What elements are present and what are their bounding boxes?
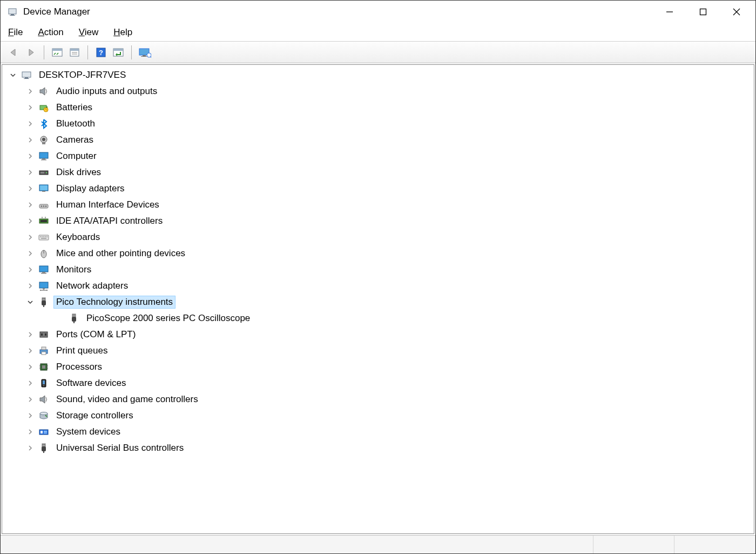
chevron-right-icon[interactable]	[26, 428, 35, 436]
battery-icon	[38, 102, 50, 114]
svg-rect-62	[43, 288, 45, 289]
monitor-icon-button[interactable]	[137, 45, 152, 60]
tree-category-label: Software devices	[54, 377, 128, 389]
chevron-right-icon[interactable]	[26, 330, 35, 339]
svg-rect-74	[73, 322, 75, 323]
tree-category-label: Monitors	[54, 264, 93, 276]
svg-line-22	[151, 57, 151, 58]
chevron-right-icon[interactable]	[26, 233, 35, 242]
tree-category-label: Universal Serial Bus controllers	[54, 442, 186, 454]
tree-category[interactable]: Universal Serial Bus controllers	[2, 440, 754, 456]
forward-button[interactable]	[23, 45, 38, 60]
tree-category[interactable]: Human Interface Devices	[2, 197, 754, 213]
menu-help[interactable]: Help	[113, 27, 132, 38]
tree-category[interactable]: Software devices	[2, 375, 754, 391]
monitor-icon	[38, 264, 50, 276]
svg-rect-2	[10, 15, 15, 16]
help-button[interactable]: ?	[93, 45, 109, 60]
tree-device-label: PicoScope 2000 series PC Oscilloscope	[84, 312, 252, 324]
tree-category[interactable]: Pico Technology instruments	[2, 294, 754, 310]
svg-rect-32	[39, 152, 48, 158]
printer-icon	[38, 345, 50, 357]
svg-rect-67	[44, 298, 45, 299]
chevron-down-icon[interactable]	[9, 71, 17, 79]
tree-category[interactable]: Ports (COM & LPT)	[2, 326, 754, 343]
chevron-right-icon[interactable]	[26, 168, 35, 177]
maximize-button[interactable]	[686, 1, 720, 23]
show-hide-console-tree-button[interactable]	[50, 45, 65, 60]
tree-category[interactable]: Computer	[2, 148, 754, 164]
tree-category[interactable]: Keyboards	[2, 229, 754, 245]
svg-rect-39	[40, 185, 48, 190]
chevron-right-icon[interactable]	[26, 379, 35, 388]
properties-button[interactable]	[67, 45, 82, 60]
svg-point-42	[41, 205, 43, 207]
svg-rect-4	[700, 9, 706, 15]
chevron-right-icon[interactable]	[26, 282, 35, 290]
ide-icon	[38, 215, 50, 227]
tree-root[interactable]: DESKTOP-JFR7VES	[2, 67, 754, 83]
chevron-right-icon[interactable]	[26, 363, 35, 371]
speaker-icon	[38, 85, 50, 97]
tree-category[interactable]: Cameras	[2, 132, 754, 148]
storage-icon	[38, 410, 50, 422]
tree-category[interactable]: System devices	[2, 424, 754, 440]
svg-rect-76	[41, 333, 43, 336]
toolbar: ?	[1, 42, 755, 63]
menu-view[interactable]: View	[79, 27, 99, 38]
svg-rect-59	[42, 272, 45, 273]
menu-action[interactable]: Action	[38, 27, 63, 38]
back-button[interactable]	[6, 45, 21, 60]
bluetooth-icon	[38, 118, 50, 130]
svg-rect-24	[25, 77, 28, 78]
svg-rect-48	[45, 217, 46, 219]
statusbar	[1, 535, 755, 553]
tree-category[interactable]: Disk drives	[2, 164, 754, 181]
svg-rect-54	[46, 236, 48, 237]
tree-category[interactable]: Storage controllers	[2, 408, 754, 424]
menu-file[interactable]: File	[8, 27, 23, 38]
svg-rect-80	[42, 352, 46, 355]
chevron-right-icon[interactable]	[26, 217, 35, 225]
chevron-right-icon[interactable]	[26, 119, 35, 128]
tree-category[interactable]: Audio inputs and outputs	[2, 83, 754, 99]
tree-category[interactable]: Print queues	[2, 343, 754, 359]
chevron-right-icon[interactable]	[26, 184, 35, 193]
svg-rect-34	[41, 159, 46, 161]
chevron-right-icon[interactable]	[26, 249, 35, 258]
tree-category[interactable]: IDE ATA/ATAPI controllers	[2, 213, 754, 229]
chevron-down-icon[interactable]	[26, 298, 35, 306]
close-button[interactable]	[720, 1, 753, 23]
tree-category[interactable]: Display adapters	[2, 181, 754, 197]
tree-category[interactable]: Sound, video and game controllers	[2, 391, 754, 408]
scan-hardware-button[interactable]	[111, 45, 126, 60]
usb-plug-icon	[38, 296, 50, 308]
tree-category[interactable]: Processors	[2, 359, 754, 375]
chevron-right-icon[interactable]	[26, 87, 35, 96]
svg-rect-47	[42, 217, 43, 219]
chevron-right-icon[interactable]	[26, 152, 35, 161]
chevron-right-icon[interactable]	[26, 103, 35, 112]
tree-category[interactable]: Mice and other pointing devices	[2, 245, 754, 262]
svg-rect-33	[42, 158, 45, 159]
tree-category[interactable]: Monitors	[2, 262, 754, 278]
tree-device[interactable]: PicoScope 2000 series PC Oscilloscope	[2, 310, 754, 326]
svg-rect-55	[41, 238, 46, 239]
svg-rect-50	[40, 236, 41, 237]
chevron-right-icon[interactable]	[26, 411, 35, 420]
minimize-button[interactable]	[653, 1, 686, 23]
chevron-right-icon[interactable]	[26, 201, 35, 209]
chevron-right-icon[interactable]	[26, 136, 35, 144]
tree-category[interactable]: Batteries	[2, 99, 754, 116]
tree-category[interactable]: Network adapters	[2, 278, 754, 294]
svg-rect-44	[43, 205, 44, 207]
chevron-right-icon[interactable]	[26, 395, 35, 404]
svg-rect-72	[75, 315, 76, 316]
device-tree[interactable]: DESKTOP-JFR7VES Audio inputs and outputs…	[2, 64, 754, 534]
tree-category[interactable]: Bluetooth	[2, 116, 754, 132]
chevron-right-icon[interactable]	[26, 444, 35, 452]
chevron-right-icon[interactable]	[26, 265, 35, 274]
chevron-right-icon[interactable]	[26, 346, 35, 355]
svg-rect-8	[52, 49, 62, 51]
keyboard-icon	[38, 231, 50, 243]
